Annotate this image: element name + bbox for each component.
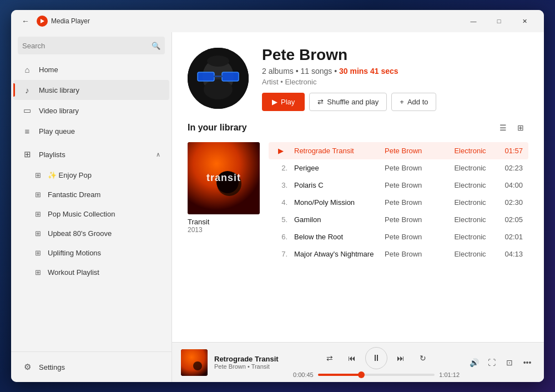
artist-stats: 2 albums • 11 songs • 30 mins 41 secs [262, 67, 436, 76]
pause-button[interactable]: ⏸ [365, 347, 387, 369]
plus-icon: + [400, 98, 404, 106]
song-row-0[interactable]: ▶ Retrograde Transit Pete Brown Electron… [269, 142, 528, 159]
progress-thumb[interactable] [358, 371, 365, 378]
cast-button[interactable]: ⊡ [502, 355, 517, 370]
artist-avatar [188, 48, 249, 109]
settings-icon: ⚙ [22, 362, 32, 372]
svg-point-18 [193, 361, 202, 370]
home-icon: ⌂ [22, 65, 32, 74]
progress-track[interactable] [318, 374, 435, 376]
playlists-section-header[interactable]: ⊞ Playlists ∧ [13, 144, 169, 164]
playlist-icon-2: ⊞ [33, 210, 42, 218]
artist-actions: ▶ Play ⇄ Shuffle and play + Add to [262, 93, 436, 111]
search-input[interactable] [22, 42, 152, 50]
add-to-button[interactable]: + Add to [391, 93, 436, 111]
song-artist-6: Pete Brown [385, 250, 447, 258]
sidebar: 🔍 ⌂ Home ♪ Music library ▭ Video library… [11, 32, 172, 382]
play-button[interactable]: ▶ Play [262, 93, 305, 111]
svg-rect-8 [214, 76, 223, 77]
playlist-item-fantastic-dream[interactable]: ⊞ Fantastic Dream [24, 185, 169, 204]
player-bar: transit Retrograde Transit Pete Brown • … [172, 342, 544, 382]
song-genre-0: Electronic [454, 147, 496, 155]
sidebar-label-music: Music library [39, 86, 79, 94]
playlist-label-4: Uplifting Motions [48, 249, 101, 257]
song-num-6: 7. [274, 250, 287, 258]
song-title-6: Major Atway's Nightmare [294, 250, 378, 258]
player-thumbnail: transit [181, 349, 208, 376]
song-title-2: Polaris C [294, 181, 378, 189]
song-num-4: 5. [274, 215, 287, 224]
list-view-button[interactable]: ☰ [495, 120, 511, 135]
sidebar-item-settings[interactable]: ⚙ Settings [13, 357, 169, 377]
song-row-5[interactable]: 6. Below the Root Pete Brown Electronic … [269, 228, 528, 245]
sidebar-item-video-library[interactable]: ▭ Video library [13, 100, 169, 120]
playlist-items: ⊞ ✨ Enjoy Pop ⊞ Fantastic Dream ⊞ Pop Mu… [11, 165, 171, 282]
svg-rect-9 [198, 72, 214, 81]
artist-header: Pete Brown 2 albums • 11 songs • 30 mins… [172, 32, 544, 120]
song-title-0: Retrograde Transit [294, 147, 378, 155]
song-row-2[interactable]: 3. Polaris C Pete Brown Electronic 04:00 [269, 177, 528, 194]
titlebar-nav: ← [18, 13, 33, 29]
playlist-icon-5: ⊞ [33, 268, 42, 277]
playlist-item-workout-playlist[interactable]: ⊞ Workout Playlist [24, 263, 169, 282]
playlist-label-0: ✨ Enjoy Pop [48, 171, 92, 179]
app-title: Media Player [51, 17, 90, 25]
player-buttons: ⇄ ⏮ ⏸ ⏭ ↻ [321, 347, 432, 369]
album-year: 2013 [188, 226, 260, 234]
song-num-2: 3. [274, 181, 287, 189]
song-title-5: Below the Root [294, 233, 378, 241]
song-num-1: 2. [274, 164, 287, 172]
song-duration-1: 02:23 [503, 164, 523, 172]
volume-button[interactable]: 🔊 [466, 355, 482, 370]
sidebar-label-video: Video library [39, 107, 79, 115]
fullscreen-button[interactable]: ⛶ [484, 355, 500, 370]
album-card[interactable]: transit Transit 2013 [188, 142, 260, 342]
song-row-3[interactable]: 4. Mono/Poly Mission Pete Brown Electron… [269, 194, 528, 211]
svg-rect-10 [222, 72, 239, 81]
song-duration-6: 04:13 [503, 250, 523, 258]
repeat-button[interactable]: ↻ [414, 349, 432, 367]
sidebar-item-home[interactable]: ⌂ Home [13, 59, 169, 79]
close-button[interactable]: ✕ [512, 12, 537, 30]
back-button[interactable]: ← [18, 13, 33, 29]
search-icon: 🔍 [152, 42, 160, 50]
song-row-6[interactable]: 7. Major Atway's Nightmare Pete Brown El… [269, 245, 528, 263]
app-icon [37, 16, 48, 27]
app-window: ← Media Player — □ ✕ 🔍 ⌂ Home ♪ [11, 10, 544, 382]
playlist-label-2: Pop Music Collection [48, 210, 115, 218]
song-row-4[interactable]: 5. Gamilon Pete Brown Electronic 02:05 [269, 211, 528, 228]
svg-marker-0 [41, 19, 44, 23]
library-header: In your library ☰ ⊞ [188, 120, 528, 135]
grid-view-button[interactable]: ⊞ [513, 120, 528, 135]
next-button[interactable]: ⏭ [392, 349, 410, 367]
sidebar-label-home: Home [39, 66, 58, 74]
shuffle-button[interactable]: ⇄ Shuffle and play [309, 93, 387, 111]
progress-bar[interactable]: 0:00:45 1:01:12 [293, 371, 460, 378]
add-label: Add to [407, 98, 428, 106]
prev-button[interactable]: ⏮ [343, 349, 361, 367]
song-row-1[interactable]: 2. Perigee Pete Brown Electronic 02:23 [269, 159, 528, 177]
search-bar[interactable]: 🔍 [18, 37, 165, 54]
minimize-button[interactable]: — [461, 12, 486, 30]
playlist-item-enjoy-pop[interactable]: ⊞ ✨ Enjoy Pop [24, 165, 169, 184]
shuffle-icon: ⇄ [317, 98, 324, 106]
artist-duration: 30 mins 41 secs [339, 67, 398, 76]
more-button[interactable]: ••• [519, 355, 535, 370]
play-label: Play [281, 98, 295, 106]
window-controls: — □ ✕ [461, 12, 537, 30]
maximize-button[interactable]: □ [486, 12, 512, 30]
playlist-item-upbeat-80s-groove[interactable]: ⊞ Upbeat 80's Groove [24, 224, 169, 243]
queue-icon: ≡ [22, 127, 32, 136]
content-area: Pete Brown 2 albums • 11 songs • 30 mins… [172, 32, 544, 382]
shuffle-ctrl-button[interactable]: ⇄ [321, 349, 339, 367]
song-artist-4: Pete Brown [385, 215, 447, 224]
svg-point-3 [204, 79, 233, 99]
song-title-1: Perigee [294, 164, 378, 172]
time-current: 0:00:45 [293, 371, 314, 378]
playlist-item-uplifting-motions[interactable]: ⊞ Uplifting Motions [24, 243, 169, 262]
playlist-item-pop-music-collection[interactable]: ⊞ Pop Music Collection [24, 204, 169, 223]
artist-name: Pete Brown [262, 46, 436, 64]
sidebar-item-music-library[interactable]: ♪ Music library [13, 80, 169, 100]
sidebar-item-play-queue[interactable]: ≡ Play queue [13, 121, 169, 141]
playlist-header-icon: ⊞ [22, 149, 32, 159]
